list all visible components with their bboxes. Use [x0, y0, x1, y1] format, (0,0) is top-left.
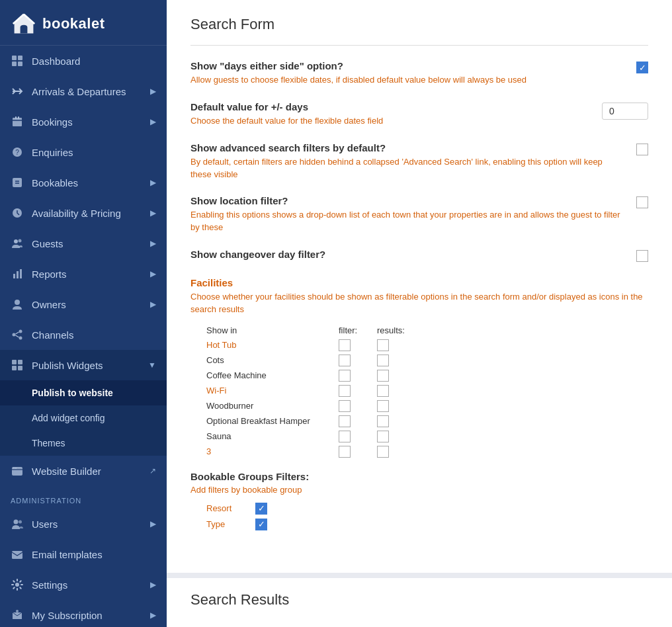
sidebar-item-themes[interactable]: Themes: [0, 431, 167, 456]
breakfast-hamper-results-checkbox[interactable]: [377, 415, 389, 427]
chevron-right-icon: ▶: [150, 610, 156, 620]
sidebar-item-settings[interactable]: Settings ▶: [0, 569, 167, 600]
chevron-down-icon: ▼: [148, 360, 156, 370]
svg-rect-4: [13, 118, 22, 126]
resort-checkbox[interactable]: [255, 503, 267, 515]
sidebar-item-label: Bookables: [32, 177, 78, 188]
users-icon: [11, 517, 24, 530]
type-checkbox[interactable]: [255, 519, 267, 530]
sidebar-item-publish-to-website[interactable]: Publish to website: [0, 380, 167, 405]
sidebar-item-label: Bookings: [32, 116, 73, 128]
facilities-header: Show in filter: results:: [206, 325, 648, 335]
setting-label: Show advanced search filters by default?: [190, 142, 620, 153]
svg-point-21: [19, 330, 22, 333]
sidebar-item-dashboard[interactable]: Dashboard: [0, 46, 167, 76]
advanced-search-checkbox[interactable]: [636, 144, 648, 155]
svg-point-19: [15, 300, 20, 305]
sidebar-item-my-subscription[interactable]: My Subscription ▶: [0, 600, 167, 627]
facility-row: 3: [206, 446, 648, 458]
facility-row: Sauna: [206, 431, 648, 442]
days-either-side-checkbox[interactable]: [636, 62, 648, 73]
setting-label: Show location filter?: [190, 195, 620, 206]
coffee-machine-results-checkbox[interactable]: [377, 370, 389, 382]
wifi-filter-checkbox[interactable]: [339, 385, 351, 397]
svg-rect-6: [18, 116, 19, 119]
sidebar-item-label: Reports: [32, 269, 67, 280]
svg-rect-10: [13, 178, 22, 187]
sidebar-item-website-builder[interactable]: Website Builder ↗: [0, 456, 167, 486]
svg-point-33: [14, 520, 19, 524]
location-filter-checkbox[interactable]: [636, 196, 648, 208]
chevron-right-icon: ▶: [150, 87, 156, 96]
svg-line-23: [16, 332, 19, 334]
svg-rect-16: [13, 274, 15, 278]
sidebar-item-add-widget-config[interactable]: Add widget config: [0, 405, 167, 431]
sidebar-item-label: Enquiries: [32, 147, 73, 158]
coffee-machine-filter-checkbox[interactable]: [339, 370, 351, 382]
facility-row: Coffee Machine: [206, 370, 648, 382]
hot-tub-results-checkbox[interactable]: [377, 339, 389, 351]
svg-point-36: [15, 583, 19, 587]
owners-icon: [11, 298, 24, 311]
svg-rect-3: [18, 62, 22, 66]
sidebar-item-email-templates[interactable]: Email templates: [0, 539, 167, 569]
fac-filter-label: filter:: [339, 325, 351, 335]
setting-desc: Enabling this options shows a drop-down …: [190, 209, 620, 234]
subnav-label: Publish to website: [32, 388, 113, 398]
chevron-right-icon: ▶: [150, 519, 156, 528]
chevron-right-icon: ▶: [150, 269, 156, 278]
facilities-table: Show in filter: results: Hot Tub Cots: [206, 325, 648, 458]
svg-rect-5: [15, 116, 17, 119]
svg-rect-28: [18, 366, 22, 370]
facility-name: Hot Tub: [206, 340, 339, 350]
sidebar-item-bookables[interactable]: Bookables ▶: [0, 167, 167, 198]
cots-results-checkbox[interactable]: [377, 355, 389, 366]
logo[interactable]: bookalet: [0, 0, 167, 46]
sidebar-item-availability[interactable]: Availability & Pricing ▶: [0, 198, 167, 228]
wifi-results-checkbox[interactable]: [377, 385, 389, 397]
availability-icon: [11, 206, 24, 220]
sidebar-item-label: My Subscription: [32, 610, 103, 621]
publish-widgets-subnav: Publish to website Add widget config The…: [0, 380, 167, 456]
woodburner-filter-checkbox[interactable]: [339, 400, 351, 412]
sidebar-item-bookings[interactable]: Bookings ▶: [0, 106, 167, 137]
woodburner-results-checkbox[interactable]: [377, 400, 389, 412]
sidebar-item-owners[interactable]: Owners ▶: [0, 289, 167, 319]
bookable-group-row: Type: [206, 519, 648, 530]
hot-tub-filter-checkbox[interactable]: [339, 339, 351, 351]
svg-rect-0: [12, 56, 17, 60]
sauna-filter-checkbox[interactable]: [339, 431, 351, 442]
svg-point-22: [19, 337, 22, 340]
svg-rect-18: [20, 269, 22, 278]
sidebar-item-channels[interactable]: Channels: [0, 319, 167, 350]
changeover-filter-checkbox[interactable]: [636, 250, 648, 262]
facility-name: Coffee Machine: [206, 370, 339, 380]
svg-point-32: [15, 468, 17, 469]
sauna-results-checkbox[interactable]: [377, 431, 389, 442]
svg-rect-27: [12, 366, 17, 370]
subnav-label: Add widget config: [32, 413, 105, 423]
sidebar-item-guests[interactable]: Guests ▶: [0, 228, 167, 259]
main-content: Search Form Show "days either side" opti…: [167, 0, 672, 627]
sidebar-item-publish-widgets[interactable]: Publish Widgets ▼: [0, 350, 167, 380]
facility3-filter-checkbox[interactable]: [339, 446, 351, 458]
facility3-results-checkbox[interactable]: [377, 446, 389, 458]
cots-filter-checkbox[interactable]: [339, 355, 351, 366]
default-value-select[interactable]: 0 1 2 3: [602, 103, 648, 120]
sidebar-item-enquiries[interactable]: ? Enquiries: [0, 137, 167, 167]
fac-show-in-label: Show in: [206, 325, 339, 335]
svg-rect-35: [12, 551, 22, 559]
facilities-title: Facilities: [190, 277, 648, 288]
breakfast-hamper-filter-checkbox[interactable]: [339, 415, 351, 427]
svg-point-31: [13, 468, 15, 469]
settings-icon: [11, 578, 24, 591]
sidebar-item-reports[interactable]: Reports ▶: [0, 259, 167, 289]
facility-row: Woodburner: [206, 400, 648, 412]
logo-icon: [12, 12, 36, 36]
setting-label: Show changeover day filter?: [190, 249, 620, 260]
chevron-right-icon: ▶: [150, 300, 156, 309]
sidebar-item-users[interactable]: Users ▶: [0, 509, 167, 539]
reports-icon: [11, 267, 24, 280]
sidebar-item-arrivals[interactable]: Arrivals & Departures ▶: [0, 76, 167, 106]
setting-row-advanced-search: Show advanced search filters by default?…: [190, 142, 648, 181]
